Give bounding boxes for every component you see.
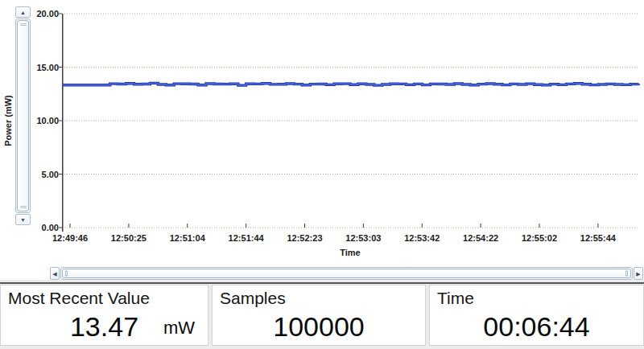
stat-label: Time bbox=[430, 285, 643, 309]
stat-label: Samples bbox=[213, 285, 425, 309]
stat-label: Most Recent Value bbox=[1, 285, 208, 309]
y-tick-label: 0.00 bbox=[34, 222, 59, 233]
stat-panel-most-recent-value: Most Recent Value 13.47 mW bbox=[0, 285, 208, 346]
thumb-grip bbox=[20, 23, 26, 26]
x-tick-label: 12:55:44 bbox=[571, 232, 625, 244]
power-monitor-app: Power (mW) ▲ ▼ 0.005.0010.0015.0020.00 1… bbox=[0, 0, 644, 349]
scroll-up-button[interactable]: ▲ bbox=[15, 6, 31, 18]
scroll-down-button[interactable]: ▼ bbox=[15, 214, 31, 225]
thumb-grip bbox=[625, 271, 628, 277]
stat-panel-time: Time 00:06:44 bbox=[429, 285, 644, 346]
y-axis-labels: 0.005.0010.0015.0020.00 bbox=[34, 14, 59, 228]
triangle-left-icon: ◀ bbox=[52, 271, 56, 277]
y-tick-label: 15.00 bbox=[34, 62, 59, 73]
stat-value-row: 13.47 mW bbox=[1, 309, 208, 349]
plot-area bbox=[62, 14, 638, 228]
scroll-right-button[interactable]: ▶ bbox=[634, 267, 643, 280]
stats-bar-top-border bbox=[0, 282, 644, 284]
stat-value-row: 100000 bbox=[213, 309, 425, 349]
y-tick-label: 20.00 bbox=[34, 8, 59, 19]
y-tick-label: 10.00 bbox=[34, 115, 59, 126]
stat-value: 100000 bbox=[273, 311, 364, 342]
y-tick-label: 5.00 bbox=[34, 169, 59, 180]
thumb-grip bbox=[65, 271, 68, 277]
x-tick-label: 12:51:44 bbox=[219, 232, 274, 244]
vertical-scrollbar-thumb[interactable] bbox=[17, 20, 29, 211]
x-tick-label: 12:54:22 bbox=[453, 232, 508, 244]
x-tick-label: 12:52:23 bbox=[278, 232, 332, 244]
vertical-scrollbar[interactable]: ▲ ▼ bbox=[15, 6, 31, 225]
stat-value: 13.47 bbox=[70, 311, 138, 342]
x-axis-title: Time bbox=[62, 248, 638, 257]
stats-bar: Most Recent Value 13.47 mW Samples 10000… bbox=[0, 280, 644, 349]
vertical-scrollbar-track[interactable] bbox=[15, 18, 31, 213]
stat-unit: mW bbox=[163, 310, 195, 346]
x-axis-labels: 12:49:4612:50:2512:51:0412:51:4412:52:23… bbox=[62, 232, 638, 244]
horizontal-scrollbar-thumb[interactable] bbox=[62, 269, 631, 278]
stat-value: 00:06:44 bbox=[483, 311, 589, 342]
stat-panel-samples: Samples 100000 bbox=[212, 285, 426, 346]
x-tick-label: 12:55:02 bbox=[512, 232, 567, 244]
horizontal-scrollbar-track[interactable] bbox=[60, 267, 633, 280]
triangle-right-icon: ▶ bbox=[636, 271, 640, 277]
x-tick-label: 12:53:03 bbox=[336, 232, 390, 244]
y-axis-title: Power (mW) bbox=[3, 95, 13, 146]
scroll-left-button[interactable]: ◀ bbox=[50, 267, 60, 280]
triangle-down-icon: ▼ bbox=[20, 217, 26, 223]
stat-value-row: 00:06:44 bbox=[430, 309, 643, 349]
x-tick-label: 12:53:42 bbox=[394, 232, 449, 244]
x-tick-label: 12:49:46 bbox=[43, 232, 97, 244]
thumb-grip bbox=[20, 206, 26, 208]
horizontal-scrollbar[interactable]: ◀ ▶ bbox=[50, 267, 643, 280]
x-tick-label: 12:50:25 bbox=[101, 232, 156, 244]
x-tick-label: 12:51:04 bbox=[160, 232, 215, 244]
power-line-chart bbox=[62, 14, 638, 228]
triangle-up-icon: ▲ bbox=[20, 10, 26, 15]
